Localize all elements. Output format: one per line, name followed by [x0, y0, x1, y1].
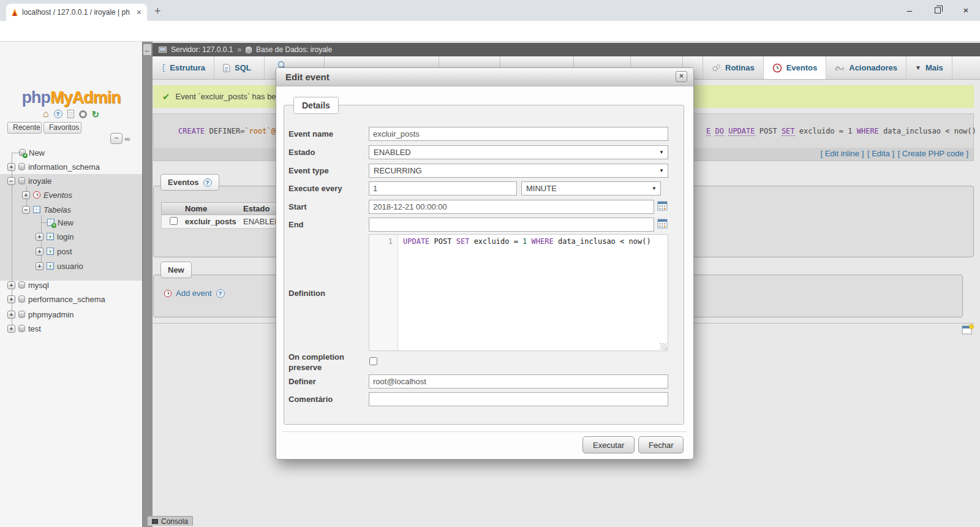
collapse-icon[interactable]: −	[22, 206, 30, 214]
end-label: End	[288, 220, 304, 229]
definition-code-line: UPDATE POST SET excluido = 1 WHERE data_…	[403, 237, 651, 246]
database-icon	[18, 295, 25, 303]
tree-label: phpmyadmin	[28, 310, 74, 319]
tree-item-usuario[interactable]: + usuario	[36, 259, 83, 273]
event-type-select[interactable]: RECURRING ▼	[369, 164, 668, 178]
recent-button[interactable]: Recente	[7, 122, 42, 134]
window-restore-button[interactable]	[924, 0, 952, 20]
logo-myadmin: MyAdmin	[50, 88, 121, 107]
tab-sql[interactable]: SQL	[214, 56, 265, 79]
expand-icon[interactable]: +	[7, 295, 15, 303]
expand-icon[interactable]: +	[7, 281, 15, 289]
execute-button[interactable]: Executar	[582, 436, 635, 453]
breadcrumb: Servidor: 127.0.0.1 » Base de Dados: iro…	[153, 43, 980, 56]
tree-item-test[interactable]: + test	[7, 322, 41, 335]
tab-close-icon[interactable]: ×	[137, 8, 141, 17]
tree-item-performance-schema[interactable]: + performance_schema	[7, 292, 105, 306]
console-bar[interactable]: Consola	[147, 516, 193, 526]
comment-input[interactable]	[369, 392, 668, 406]
home-icon[interactable]: ⌂	[43, 109, 49, 119]
expand-icon[interactable]: +	[7, 311, 15, 319]
estado-select[interactable]: ENABLED ▼	[369, 145, 668, 159]
tree-item-mysql[interactable]: + mysql	[7, 278, 49, 292]
row-checkbox[interactable]	[170, 217, 178, 225]
browser-tab-title: localhost / 127.0.0.1 / iroyale | ph	[22, 8, 132, 17]
tab-rotinas[interactable]: Rotinas	[703, 56, 764, 79]
create-php-code-link[interactable]: [ Create PHP code ]	[898, 149, 968, 158]
event-name-input[interactable]	[369, 127, 668, 141]
tab-estrutura[interactable]: Estrutura	[154, 56, 214, 79]
help-icon[interactable]: ?	[203, 178, 212, 187]
tab-acionadores[interactable]: Acionadores	[826, 56, 907, 79]
window-minimize-button[interactable]: –	[895, 0, 924, 20]
events-clock-icon	[772, 63, 782, 73]
execute-every-input[interactable]	[369, 181, 517, 195]
definer-input[interactable]	[369, 374, 668, 389]
link-with-main-panel-icon[interactable]: ∞	[124, 134, 130, 143]
logo-php: php	[22, 88, 50, 107]
expand-icon[interactable]: +	[36, 233, 43, 241]
structure-icon	[163, 64, 165, 72]
new-tab-button[interactable]: +	[154, 5, 161, 18]
tree-item-login[interactable]: + login	[36, 230, 74, 243]
dialog-titlebar[interactable]: Edit event ×	[276, 68, 693, 86]
tree-item-post[interactable]: + post	[36, 245, 72, 258]
tree-item-new-database[interactable]: New	[19, 146, 45, 159]
edit-inline-link[interactable]: [ Edit inline ]	[820, 149, 864, 158]
tree-item-tabelas[interactable]: − Tabelas	[22, 203, 71, 216]
tree-item-eventos[interactable]: + Eventos	[22, 188, 72, 202]
expand-icon[interactable]: +	[22, 191, 30, 199]
browser-tab[interactable]: localhost / 127.0.0.1 / iroyale | ph ×	[6, 4, 147, 21]
end-input[interactable]	[369, 218, 654, 232]
select-arrow-icon: ▼	[652, 186, 657, 191]
interval-unit-select[interactable]: MINUTE ▼	[521, 181, 661, 195]
select-arrow-icon: ▼	[659, 150, 664, 155]
tree-label: New	[29, 148, 45, 157]
tree-item-new-table[interactable]: New	[47, 216, 74, 229]
settings-gear-icon[interactable]	[79, 110, 87, 118]
start-input[interactable]	[369, 200, 654, 214]
expand-icon[interactable]: +	[7, 163, 15, 171]
add-event-link[interactable]: Add event	[176, 289, 212, 298]
tree-item-information-schema[interactable]: + information_schema	[7, 160, 100, 173]
start-calendar-icon[interactable]	[657, 200, 668, 211]
details-tab[interactable]: Details	[293, 97, 339, 114]
column-nome[interactable]: Nome	[185, 204, 243, 213]
tree-label: test	[28, 324, 41, 333]
collapse-sidebar-button[interactable]: ←	[143, 44, 152, 56]
end-calendar-icon[interactable]	[657, 218, 668, 229]
eventos-legend-text: Eventos	[168, 178, 199, 187]
edita-link[interactable]: [ Edita ]	[867, 149, 894, 158]
tab-mais[interactable]: ▼ Mais	[907, 56, 952, 79]
execute-every-label: Execute every	[288, 184, 342, 193]
editor-gutter: 1	[369, 235, 398, 351]
dialog-title: Edit event	[285, 72, 330, 82]
definition-editor[interactable]: 1 UPDATE POST SET excluido = 1 WHERE dat…	[369, 234, 668, 351]
breadcrumb-server[interactable]: Servidor: 127.0.0.1	[171, 45, 233, 54]
favorites-button[interactable]: Favoritos	[43, 122, 81, 134]
tab-label: Acionadores	[849, 63, 897, 72]
expand-icon[interactable]: +	[36, 262, 43, 270]
help-icon[interactable]: ?	[216, 289, 225, 298]
open-new-window-icon[interactable]	[962, 324, 974, 335]
tab-eventos[interactable]: Eventos	[764, 56, 827, 79]
tree-item-iroyale[interactable]: − iroyale	[7, 174, 51, 188]
server-icon	[159, 47, 167, 53]
window-close-button[interactable]: ×	[952, 0, 980, 20]
expand-icon[interactable]: +	[7, 325, 15, 333]
collapse-all-button[interactable]: −	[110, 133, 123, 144]
reload-navigation-icon[interactable]: ↻	[92, 110, 100, 119]
line-number: 1	[388, 237, 393, 246]
documentation-icon[interactable]	[67, 110, 74, 118]
tree-item-phpmyadmin[interactable]: + phpmyadmin	[7, 308, 74, 321]
dialog-close-icon[interactable]: ×	[676, 71, 687, 82]
breadcrumb-database[interactable]: Base de Dados: iroyale	[256, 45, 332, 54]
close-button[interactable]: Fechar	[638, 436, 684, 453]
collapse-icon[interactable]: −	[7, 177, 15, 185]
database-icon	[18, 281, 25, 289]
phpmyadmin-logo[interactable]: phpMyAdmin	[0, 88, 142, 107]
help-icon[interactable]: ?	[54, 110, 62, 118]
expand-icon[interactable]: +	[36, 248, 43, 256]
on-completion-checkbox[interactable]	[369, 357, 377, 365]
editor-resize-handle[interactable]	[660, 343, 667, 350]
